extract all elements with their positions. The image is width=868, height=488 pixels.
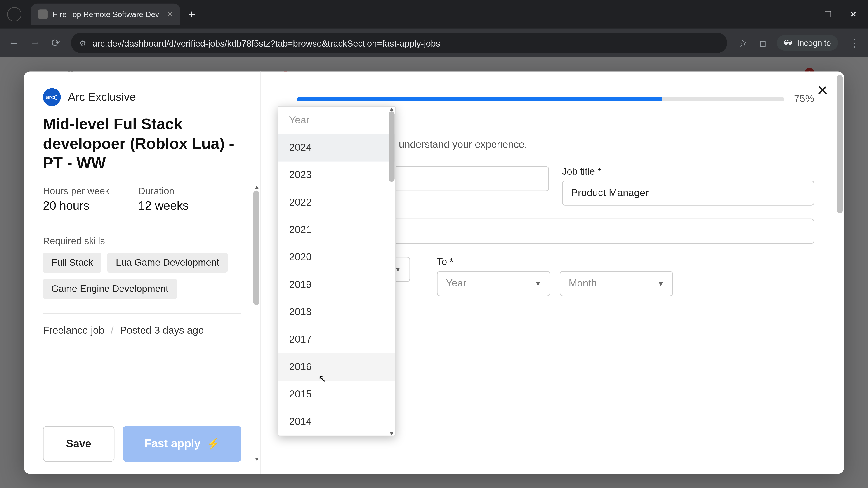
to-year-select[interactable]: Year ▼ bbox=[437, 271, 550, 296]
browser-tab-strip: Hire Top Remote Software Dev × + — ❐ ✕ bbox=[0, 0, 868, 29]
hours-label: Hours per week bbox=[43, 186, 110, 196]
page-viewport: arc() Full-time roles Freelance jobs Pro… bbox=[0, 57, 868, 488]
required-skills-label: Required skills bbox=[43, 236, 241, 246]
job-title: Mid-level Ful Stack developoer (Roblox L… bbox=[43, 114, 241, 172]
duration-label: Duration bbox=[138, 186, 189, 196]
url-text: arc.dev/dashboard/d/verified-jobs/kdb78f… bbox=[92, 38, 440, 48]
progress-bar bbox=[297, 97, 784, 101]
fast-apply-button[interactable]: Fast apply ⚡ bbox=[123, 426, 241, 462]
back-button[interactable]: ← bbox=[8, 37, 19, 49]
scroll-up-icon[interactable]: ▲ bbox=[388, 105, 395, 112]
year-option-placeholder[interactable]: Year bbox=[278, 107, 395, 134]
extensions-icon[interactable]: ⧉ bbox=[758, 37, 766, 49]
scrollbar-thumb[interactable] bbox=[253, 191, 259, 305]
tab-title: Hire Top Remote Software Dev bbox=[53, 10, 159, 19]
year-option[interactable]: 2023 bbox=[278, 162, 395, 189]
close-window-icon[interactable]: ✕ bbox=[850, 9, 857, 19]
scrollbar-thumb[interactable] bbox=[837, 75, 843, 213]
duration-value: 12 weeks bbox=[138, 199, 189, 213]
job-apply-modal: arc() Arc Exclusive Mid-level Ful Stack … bbox=[24, 71, 844, 474]
caret-down-icon: ▼ bbox=[535, 280, 541, 287]
left-scrollbar[interactable]: ▲ ▼ bbox=[253, 191, 259, 381]
job-title-label: Job title * bbox=[562, 166, 814, 177]
skill-pill: Full Stack bbox=[43, 252, 101, 273]
modal-scrollbar[interactable] bbox=[837, 75, 843, 470]
progress-fill bbox=[297, 97, 662, 101]
reload-button[interactable]: ⟳ bbox=[51, 36, 60, 50]
caret-down-icon: ▼ bbox=[657, 280, 664, 287]
address-bar[interactable]: ⚙ arc.dev/dashboard/d/verified-jobs/kdb7… bbox=[71, 33, 727, 53]
close-modal-button[interactable]: ✕ bbox=[817, 82, 829, 99]
forward-button: → bbox=[30, 37, 40, 49]
year-option[interactable]: 2018 bbox=[278, 298, 395, 326]
year-dropdown: ▲ Year 2024 2023 2022 2021 2020 2019 201… bbox=[278, 106, 396, 436]
arc-exclusive-label: Arc Exclusive bbox=[68, 91, 136, 104]
browser-menu-icon[interactable]: ⋮ bbox=[849, 36, 860, 50]
progress-percent: 75% bbox=[794, 93, 814, 105]
year-option[interactable]: 2024 bbox=[278, 134, 395, 161]
year-option[interactable]: 2016 bbox=[278, 353, 395, 381]
lightning-icon: ⚡ bbox=[207, 437, 220, 451]
job-type: Freelance job bbox=[43, 324, 104, 336]
save-button[interactable]: Save bbox=[43, 426, 114, 462]
skill-pill: Lua Game Development bbox=[107, 252, 227, 273]
incognito-badge[interactable]: 🕶 Incognito bbox=[777, 35, 838, 51]
site-settings-icon[interactable]: ⚙ bbox=[79, 38, 87, 47]
to-month-value: Month bbox=[569, 278, 597, 290]
tab-favicon bbox=[38, 9, 48, 19]
hours-value: 20 hours bbox=[43, 199, 110, 213]
window-indicator bbox=[7, 7, 22, 22]
to-year-value: Year bbox=[446, 278, 466, 290]
browser-tab[interactable]: Hire Top Remote Software Dev × bbox=[31, 4, 180, 25]
year-option[interactable]: 2017 bbox=[278, 326, 395, 353]
to-label: To * bbox=[437, 257, 673, 267]
maximize-icon[interactable]: ❐ bbox=[825, 9, 832, 19]
scrollbar-thumb[interactable] bbox=[389, 111, 395, 182]
job-summary-panel: arc() Arc Exclusive Mid-level Ful Stack … bbox=[24, 71, 261, 474]
to-month-select[interactable]: Month ▼ bbox=[560, 271, 673, 296]
job-title-input[interactable] bbox=[562, 181, 814, 205]
year-option[interactable]: 2015 bbox=[278, 381, 395, 408]
close-tab-icon[interactable]: × bbox=[167, 9, 173, 20]
bookmark-star-icon[interactable]: ☆ bbox=[738, 36, 747, 50]
to-date-group: Year ▼ Month ▼ bbox=[437, 271, 673, 296]
incognito-icon: 🕶 bbox=[784, 38, 792, 48]
skill-pill: Game Engine Development bbox=[43, 279, 177, 299]
dropdown-scrollbar[interactable] bbox=[389, 111, 395, 431]
year-option[interactable]: 2019 bbox=[278, 271, 395, 298]
scroll-down-icon[interactable]: ▼ bbox=[254, 456, 260, 462]
year-option[interactable]: 2021 bbox=[278, 216, 395, 243]
incognito-label: Incognito bbox=[797, 38, 831, 48]
fast-apply-label: Fast apply bbox=[145, 437, 200, 451]
scroll-down-icon[interactable]: ▼ bbox=[388, 430, 395, 437]
year-option[interactable]: 2014 bbox=[278, 408, 395, 435]
arc-logo-icon: arc() bbox=[43, 88, 61, 106]
scroll-up-icon[interactable]: ▲ bbox=[254, 184, 260, 190]
year-option[interactable]: 2022 bbox=[278, 189, 395, 216]
browser-nav-bar: ← → ⟳ ⚙ arc.dev/dashboard/d/verified-job… bbox=[0, 29, 868, 57]
minimize-icon[interactable]: — bbox=[798, 9, 807, 19]
posted-meta: Freelance job / Posted 3 days ago bbox=[43, 324, 241, 336]
posted-time: Posted 3 days ago bbox=[120, 324, 204, 336]
new-tab-button[interactable]: + bbox=[188, 7, 195, 21]
year-option[interactable]: 2020 bbox=[278, 244, 395, 271]
